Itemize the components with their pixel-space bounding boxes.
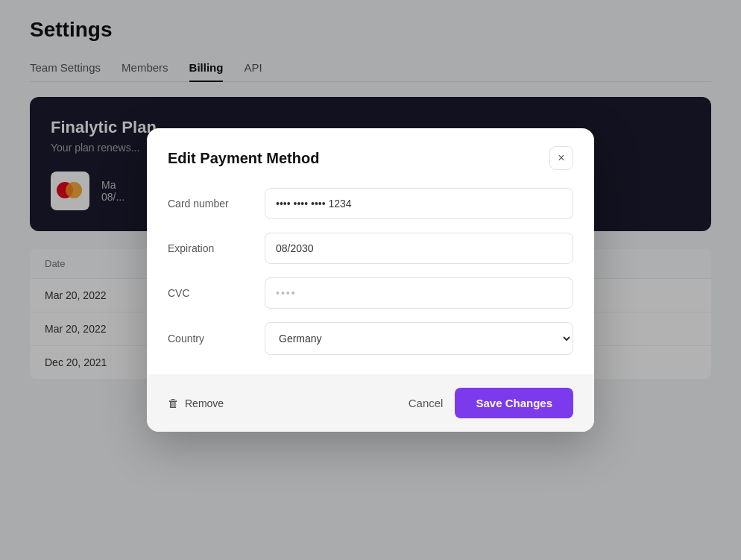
modal-body: Card number Expiration CVC Country Germa… [147, 182, 594, 374]
modal-title: Edit Payment Method [168, 150, 319, 167]
modal-footer: 🗑 Remove Cancel Save Changes [147, 374, 594, 432]
remove-button[interactable]: 🗑 Remove [168, 397, 224, 409]
cvc-label: CVC [168, 287, 265, 299]
country-label: Country [168, 333, 265, 345]
close-button[interactable]: × [549, 146, 573, 170]
edit-payment-modal: Edit Payment Method × Card number Expira… [147, 128, 594, 432]
modal-header: Edit Payment Method × [147, 128, 594, 182]
card-number-group: Card number [168, 188, 573, 219]
expiration-group: Expiration [168, 233, 573, 264]
save-changes-button[interactable]: Save Changes [455, 388, 573, 418]
cvc-group: CVC [168, 277, 573, 309]
modal-overlay: Edit Payment Method × Card number Expira… [0, 0, 741, 560]
cvc-input[interactable] [265, 277, 573, 309]
expiration-input[interactable] [265, 233, 573, 264]
expiration-label: Expiration [168, 242, 265, 254]
card-number-label: Card number [168, 198, 265, 210]
card-number-input[interactable] [265, 188, 573, 219]
country-select[interactable]: Germany United States United Kingdom Fra… [265, 322, 573, 355]
country-group: Country Germany United States United Kin… [168, 322, 573, 355]
cancel-button[interactable]: Cancel [409, 397, 444, 409]
trash-icon: 🗑 [168, 397, 179, 409]
footer-actions: Cancel Save Changes [409, 388, 573, 418]
